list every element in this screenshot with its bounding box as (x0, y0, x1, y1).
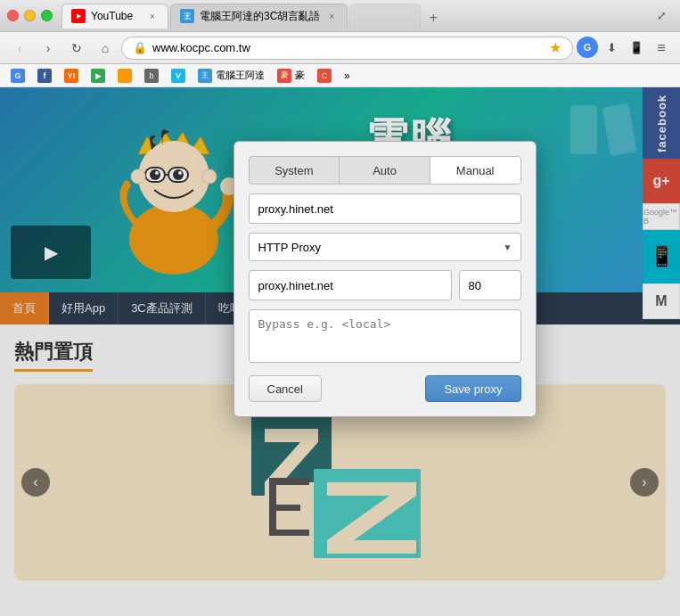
reload-button[interactable]: ↻ (64, 36, 89, 61)
restore-button[interactable]: ⤢ (650, 4, 673, 28)
proxy-tab-auto[interactable]: Auto (340, 157, 430, 184)
bookmark-c-favicon: C (317, 69, 332, 83)
proxy-host-port (249, 270, 521, 300)
maximize-button[interactable] (41, 10, 53, 21)
youtube-favicon (71, 9, 86, 23)
close-button[interactable] (7, 10, 19, 21)
bookmark-f-favicon: f (37, 69, 52, 83)
bookmark-b-favicon: b (144, 69, 159, 83)
bookmark-f[interactable]: f (32, 66, 57, 86)
bookmark-kocpc-favicon: 王 (198, 69, 212, 83)
proxy-tab-manual[interactable]: Manual (430, 157, 520, 184)
bookmark-y[interactable]: Y! (59, 66, 84, 86)
browser-frame: YouTube × 王 電腦王阿達的3C胡言亂語 × + ⤢ ‹ › ↻ ⌂ (0, 0, 680, 616)
tab-kocpc[interactable]: 王 電腦王阿達的3C胡言亂語 × (170, 4, 348, 29)
device-icon[interactable]: 📱 (625, 37, 648, 60)
bookmark-b[interactable]: b (139, 66, 164, 86)
toolbar-icons: G ⬇ 📱 ≡ (577, 37, 673, 60)
proxy-tab-system[interactable]: System (250, 157, 340, 184)
back-button[interactable]: ‹ (7, 36, 32, 61)
tab-close-youtube[interactable]: × (146, 10, 159, 22)
bookmark-hao-label: 豪 (295, 69, 305, 82)
proxy-tabs: System Auto Manual (249, 156, 521, 185)
bookmark-g-favicon: G (11, 69, 25, 83)
bookmarks-bar: G f Y! ▶ b V 王 電腦王阿達 豪 豪 C (0, 64, 680, 87)
youtube-icon (71, 9, 86, 23)
proxy-main-input[interactable] (249, 193, 521, 224)
forward-button[interactable]: › (36, 36, 61, 61)
proxy-protocol-select[interactable]: HTTP Proxy HTTPS Proxy SOCKS Proxy No Pr… (249, 233, 521, 261)
page-content: ▶ 電腦 TOUCH STREAM 霧面 抗 (0, 87, 680, 616)
proxy-bypass-input[interactable] (249, 309, 521, 363)
bookmark-hao-favicon: 豪 (277, 69, 291, 83)
bookmark-c[interactable]: C (312, 66, 337, 86)
download-icon[interactable]: ⬇ (600, 37, 623, 60)
bookmark-orange-favicon (118, 69, 132, 83)
address-input[interactable] (152, 41, 544, 54)
bookmark-g[interactable]: G (5, 66, 30, 86)
bookmark-hao[interactable]: 豪 豪 (272, 66, 310, 86)
proxy-dialog: System Auto Manual HTTP Proxy HTTPS Prox… (233, 141, 537, 417)
bookmark-y-favicon: Y! (64, 69, 78, 83)
bookmarks-more-icon: » (344, 70, 350, 82)
new-tab-button[interactable]: + (422, 7, 444, 29)
toolbar: ‹ › ↻ ⌂ 🔒 ★ G ⬇ 📱 ≡ (0, 32, 680, 64)
kocpc-icon: 王 (180, 9, 194, 23)
tabs-area: YouTube × 王 電腦王阿達的3C胡言亂語 × + (61, 4, 650, 29)
tab-title-kocpc: 電腦王阿達的3C胡言亂語 (200, 9, 320, 24)
bookmark-v-favicon: V (171, 69, 185, 83)
kocpc-favicon: 王 (180, 9, 194, 23)
bookmark-kocpc[interactable]: 王 電腦王阿達 (193, 66, 270, 86)
bookmark-g2[interactable]: ▶ (86, 66, 111, 86)
proxy-cancel-button[interactable]: Cancel (249, 375, 322, 402)
tab-close-kocpc[interactable]: × (325, 10, 338, 22)
tab-youtube[interactable]: YouTube × (61, 4, 168, 29)
tab-empty[interactable] (349, 4, 421, 29)
bookmark-v[interactable]: V (166, 66, 191, 86)
tab-title-youtube: YouTube (91, 10, 141, 22)
proxy-buttons: Cancel Save proxy (249, 375, 521, 402)
bookmark-orange[interactable] (112, 66, 137, 86)
address-bar: 🔒 ★ (121, 37, 573, 60)
profile-icon[interactable]: G (577, 37, 598, 58)
home-button[interactable]: ⌂ (93, 36, 118, 61)
menu-button[interactable]: ≡ (650, 37, 673, 60)
bookmark-chevron[interactable]: » (339, 66, 356, 86)
minimize-button[interactable] (24, 10, 36, 21)
bookmark-g2-favicon: ▶ (91, 69, 105, 83)
title-bar: YouTube × 王 電腦王阿達的3C胡言亂語 × + ⤢ (0, 0, 680, 32)
proxy-protocol-row: HTTP Proxy HTTPS Proxy SOCKS Proxy No Pr… (249, 233, 521, 261)
lock-icon: 🔒 (133, 41, 147, 54)
window-controls (7, 10, 53, 21)
bookmark-kocpc-label: 電腦王阿達 (216, 69, 265, 82)
proxy-port-input[interactable] (459, 270, 521, 300)
bookmark-star-icon[interactable]: ★ (549, 39, 561, 56)
proxy-host-input[interactable] (249, 270, 452, 300)
proxy-save-button[interactable]: Save proxy (425, 375, 520, 402)
dialog-overlay: System Auto Manual HTTP Proxy HTTPS Prox… (0, 87, 680, 616)
